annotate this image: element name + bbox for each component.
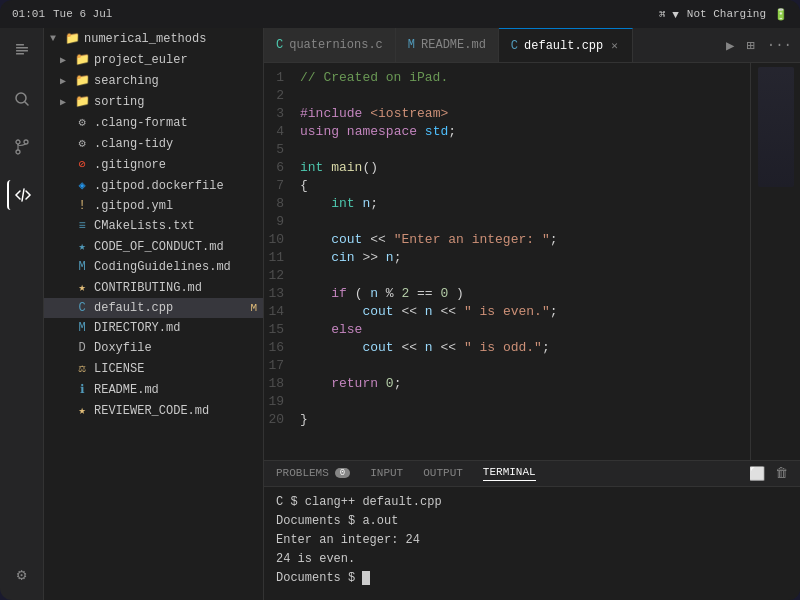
close-icon[interactable]: ✕: [609, 38, 620, 53]
file-label: Doxyfile: [94, 341, 152, 355]
code-line: 10 cout << "Enter an integer: ";: [264, 231, 750, 249]
tab-quaternions[interactable]: C quaternions.c: [264, 28, 396, 62]
topbar-right: ⌘ ▼ Not Charging 🔋: [659, 8, 788, 21]
maximize-icon[interactable]: ⬜: [749, 466, 765, 482]
file-label: CodingGuidelines.md: [94, 260, 231, 274]
panel-tab-input[interactable]: INPUT: [370, 467, 403, 481]
folder-label: project_euler: [94, 53, 188, 67]
split-icon[interactable]: ⊞: [746, 37, 754, 54]
panel-tab-problems[interactable]: PROBLEMS 0: [276, 467, 350, 481]
panel-tabs: PROBLEMS 0 INPUT OUTPUT TERMINAL ⬜ 🗑: [264, 461, 800, 487]
trash-icon[interactable]: 🗑: [775, 466, 788, 482]
code-line: 11 cin >> n;: [264, 249, 750, 267]
sidebar-item-searching[interactable]: ▶ 📁 searching: [44, 70, 263, 91]
sidebar-item-code-of-conduct[interactable]: ★ CODE_OF_CONDUCT.md: [44, 236, 263, 257]
sidebar-item-project_euler[interactable]: ▶ 📁 project_euler: [44, 49, 263, 70]
battery-text: Not Charging: [687, 8, 766, 20]
terminal-cursor: [362, 571, 370, 585]
sidebar-item-directory-md[interactable]: M DIRECTORY.md: [44, 318, 263, 338]
file-label: default.cpp: [94, 301, 173, 315]
code-line: 16 cout << n << " is odd.";: [264, 339, 750, 357]
sidebar-item-gitignore[interactable]: ⊘ .gitignore: [44, 154, 263, 175]
svg-point-8: [24, 140, 28, 144]
activity-source-control[interactable]: [7, 132, 37, 162]
code-line: 13 if ( n % 2 == 0 ): [264, 285, 750, 303]
activity-settings[interactable]: ⚙: [7, 560, 37, 590]
file-label: CODE_OF_CONDUCT.md: [94, 240, 224, 254]
tab-icon: M: [408, 38, 415, 52]
file-label: README.md: [94, 383, 159, 397]
activity-bar: ⚙: [0, 28, 44, 600]
code-line: 12: [264, 267, 750, 285]
code-line: 2: [264, 87, 750, 105]
sidebar-item-doxyfile[interactable]: D Doxyfile: [44, 338, 263, 358]
tab-icon: C: [511, 39, 518, 53]
problems-badge: 0: [335, 468, 350, 478]
minimap-preview: [758, 67, 794, 187]
more-icon[interactable]: ···: [767, 37, 792, 53]
svg-rect-2: [16, 50, 28, 52]
editor-area: C quaternions.c M README.md C default.cp…: [264, 28, 800, 600]
svg-rect-3: [16, 53, 24, 55]
code-line: 17: [264, 357, 750, 375]
code-line: 20 }: [264, 411, 750, 429]
sidebar-item-clang-format[interactable]: ⚙ .clang-format: [44, 112, 263, 133]
panel-actions: ⬜ 🗑: [749, 466, 788, 482]
panel-tab-label: TERMINAL: [483, 466, 536, 478]
terminal-line: Enter an integer: 24: [276, 531, 788, 550]
panel-tab-output[interactable]: OUTPUT: [423, 467, 463, 481]
run-icon[interactable]: ▶: [726, 37, 734, 54]
sidebar-item-coding-guidelines[interactable]: M CodingGuidelines.md: [44, 257, 263, 277]
sidebar-item-cmakelists[interactable]: ≡ CMakeLists.txt: [44, 216, 263, 236]
file-label: DIRECTORY.md: [94, 321, 180, 335]
file-label: REVIEWER_CODE.md: [94, 404, 209, 418]
sidebar: ▼ 📁 numerical_methods ▶ 📁 project_euler …: [44, 28, 264, 600]
panel-tab-label: PROBLEMS: [276, 467, 329, 479]
sidebar-item-gitpod-yml[interactable]: ! .gitpod.yml: [44, 196, 263, 216]
file-label: CMakeLists.txt: [94, 219, 195, 233]
sidebar-item-dockerfile[interactable]: ◈ .gitpod.dockerfile: [44, 175, 263, 196]
svg-point-7: [16, 150, 20, 154]
terminal-content[interactable]: C $ clang++ default.cpp Documents $ a.ou…: [264, 487, 800, 600]
file-label: .gitpod.dockerfile: [94, 179, 224, 193]
activity-files[interactable]: [7, 36, 37, 66]
activity-code[interactable]: [7, 180, 37, 210]
sidebar-item-contributing[interactable]: ★ CONTRIBUTING.md: [44, 277, 263, 298]
code-line: 18 return 0;: [264, 375, 750, 393]
sidebar-item-numerical_methods[interactable]: ▼ 📁 numerical_methods: [44, 28, 263, 49]
sidebar-item-clang-tidy[interactable]: ⚙ .clang-tidy: [44, 133, 263, 154]
sidebar-item-reviewer-code[interactable]: ★ REVIEWER_CODE.md: [44, 400, 263, 421]
file-label: .gitignore: [94, 158, 166, 172]
activity-search[interactable]: [7, 84, 37, 114]
code-editor[interactable]: 1 // Created on iPad. 2 3 #include <iost…: [264, 63, 750, 460]
code-line: 8 int n;: [264, 195, 750, 213]
terminal-line: Documents $: [276, 569, 788, 588]
svg-line-10: [22, 189, 24, 201]
tab-label: README.md: [421, 38, 486, 52]
panel-tab-terminal[interactable]: TERMINAL: [483, 466, 536, 481]
code-line: 19: [264, 393, 750, 411]
topbar-left: 01:01 Tue 6 Jul: [12, 8, 112, 20]
main-layout: ⚙ ▼ 📁 numerical_methods ▶ 📁 project_eule…: [0, 28, 800, 600]
folder-label: sorting: [94, 95, 144, 109]
svg-rect-0: [16, 44, 24, 46]
tab-readme[interactable]: M README.md: [396, 28, 499, 62]
sidebar-item-readme[interactable]: ℹ README.md: [44, 379, 263, 400]
sidebar-item-license[interactable]: ⚖ LICENSE: [44, 358, 263, 379]
sidebar-item-sorting[interactable]: ▶ 📁 sorting: [44, 91, 263, 112]
file-label: CONTRIBUTING.md: [94, 281, 202, 295]
tab-actions: ▶ ⊞ ···: [718, 28, 800, 62]
folder-label: searching: [94, 74, 159, 88]
sidebar-item-default-cpp[interactable]: C default.cpp M: [44, 298, 263, 318]
panel-tab-label: INPUT: [370, 467, 403, 479]
editor-main: 1 // Created on iPad. 2 3 #include <iost…: [264, 63, 800, 460]
chevron-down-icon: ▼: [50, 33, 60, 44]
svg-rect-1: [16, 47, 28, 49]
wifi-icon: ⌘ ▼: [659, 8, 679, 21]
code-line: 6 int main(): [264, 159, 750, 177]
tab-default-cpp[interactable]: C default.cpp ✕: [499, 28, 633, 62]
code-line: 5: [264, 141, 750, 159]
code-line: 7 {: [264, 177, 750, 195]
tab-label: quaternions.c: [289, 38, 383, 52]
terminal-line: Documents $ a.out: [276, 512, 788, 531]
